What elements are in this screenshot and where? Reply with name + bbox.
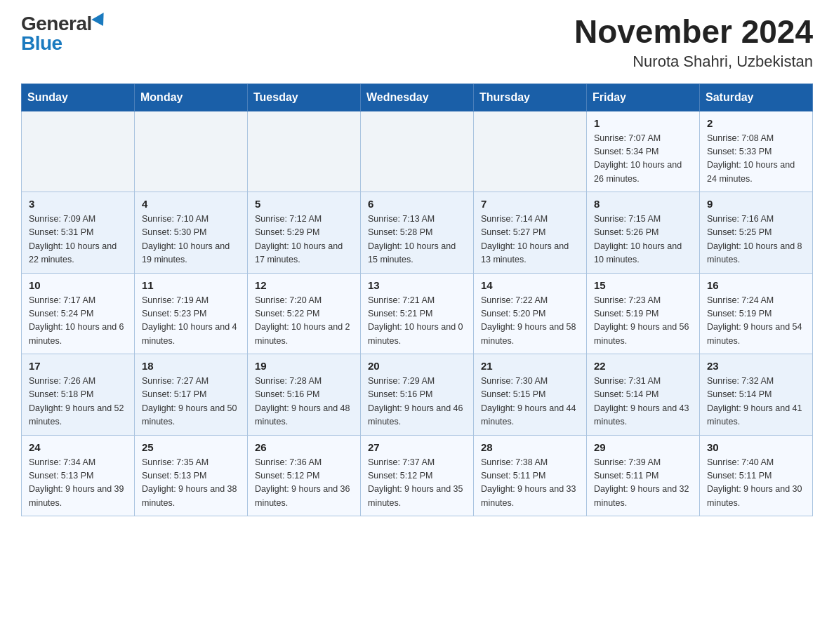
- day-detail: Sunrise: 7:35 AMSunset: 5:13 PMDaylight:…: [142, 456, 240, 511]
- day-detail: Sunrise: 7:29 AMSunset: 5:16 PMDaylight:…: [368, 375, 466, 429]
- day-detail: Sunrise: 7:09 AMSunset: 5:31 PMDaylight:…: [29, 213, 127, 267]
- day-number: 15: [594, 279, 692, 291]
- day-detail: Sunrise: 7:40 AMSunset: 5:11 PMDaylight:…: [707, 456, 805, 511]
- calendar-cell: [474, 111, 587, 192]
- day-detail: Sunrise: 7:39 AMSunset: 5:11 PMDaylight:…: [594, 456, 692, 511]
- day-number: 6: [368, 198, 466, 210]
- calendar-cell: 14Sunrise: 7:22 AMSunset: 5:20 PMDayligh…: [474, 273, 587, 354]
- weekday-header-thursday: Thursday: [474, 83, 587, 111]
- day-number: 25: [142, 441, 240, 453]
- day-detail: Sunrise: 7:22 AMSunset: 5:20 PMDaylight:…: [481, 294, 579, 349]
- day-detail: Sunrise: 7:38 AMSunset: 5:11 PMDaylight:…: [481, 456, 579, 511]
- logo-triangle-icon: [91, 13, 109, 29]
- day-number: 30: [707, 441, 805, 453]
- calendar-cell: 21Sunrise: 7:30 AMSunset: 5:15 PMDayligh…: [474, 354, 587, 436]
- logo-blue-text: Blue: [21, 34, 62, 53]
- calendar-cell: 22Sunrise: 7:31 AMSunset: 5:14 PMDayligh…: [587, 354, 700, 436]
- calendar-cell: 19Sunrise: 7:28 AMSunset: 5:16 PMDayligh…: [248, 354, 361, 436]
- day-detail: Sunrise: 7:27 AMSunset: 5:17 PMDaylight:…: [142, 375, 240, 429]
- day-detail: Sunrise: 7:32 AMSunset: 5:14 PMDaylight:…: [707, 375, 805, 429]
- calendar-title: November 2024: [574, 14, 813, 50]
- day-detail: Sunrise: 7:17 AMSunset: 5:24 PMDaylight:…: [29, 294, 127, 349]
- day-detail: Sunrise: 7:19 AMSunset: 5:23 PMDaylight:…: [142, 294, 240, 349]
- calendar-cell: 17Sunrise: 7:26 AMSunset: 5:18 PMDayligh…: [22, 354, 135, 436]
- calendar-week-row: 1Sunrise: 7:07 AMSunset: 5:34 PMDaylight…: [22, 111, 813, 192]
- day-number: 18: [142, 360, 240, 372]
- calendar-week-row: 17Sunrise: 7:26 AMSunset: 5:18 PMDayligh…: [22, 354, 813, 436]
- calendar-cell: 10Sunrise: 7:17 AMSunset: 5:24 PMDayligh…: [22, 273, 135, 354]
- weekday-header-tuesday: Tuesday: [248, 83, 361, 111]
- day-number: 27: [368, 441, 466, 453]
- day-detail: Sunrise: 7:34 AMSunset: 5:13 PMDaylight:…: [29, 456, 127, 511]
- day-detail: Sunrise: 7:07 AMSunset: 5:34 PMDaylight:…: [594, 132, 692, 187]
- day-detail: Sunrise: 7:13 AMSunset: 5:28 PMDaylight:…: [368, 213, 466, 267]
- calendar-week-row: 3Sunrise: 7:09 AMSunset: 5:31 PMDaylight…: [22, 192, 813, 274]
- day-number: 7: [481, 198, 579, 210]
- day-number: 19: [255, 360, 353, 372]
- calendar-cell: 5Sunrise: 7:12 AMSunset: 5:29 PMDaylight…: [248, 192, 361, 274]
- day-detail: Sunrise: 7:16 AMSunset: 5:25 PMDaylight:…: [707, 213, 805, 267]
- day-number: 29: [594, 441, 692, 453]
- calendar-cell: 30Sunrise: 7:40 AMSunset: 5:11 PMDayligh…: [700, 435, 813, 516]
- calendar-cell: 12Sunrise: 7:20 AMSunset: 5:22 PMDayligh…: [248, 273, 361, 354]
- day-number: 9: [707, 198, 805, 210]
- day-detail: Sunrise: 7:12 AMSunset: 5:29 PMDaylight:…: [255, 213, 353, 267]
- weekday-header-wednesday: Wednesday: [361, 83, 474, 111]
- day-number: 24: [29, 441, 127, 453]
- day-number: 11: [142, 279, 240, 291]
- day-detail: Sunrise: 7:26 AMSunset: 5:18 PMDaylight:…: [29, 375, 127, 429]
- day-number: 4: [142, 198, 240, 210]
- day-number: 22: [594, 360, 692, 372]
- logo: General Blue: [21, 14, 107, 53]
- day-detail: Sunrise: 7:28 AMSunset: 5:16 PMDaylight:…: [255, 375, 353, 429]
- day-detail: Sunrise: 7:36 AMSunset: 5:12 PMDaylight:…: [255, 456, 353, 511]
- day-number: 23: [707, 360, 805, 372]
- day-detail: Sunrise: 7:21 AMSunset: 5:21 PMDaylight:…: [368, 294, 466, 349]
- calendar-cell: [22, 111, 135, 192]
- calendar-cell: 1Sunrise: 7:07 AMSunset: 5:34 PMDaylight…: [587, 111, 700, 192]
- day-detail: Sunrise: 7:08 AMSunset: 5:33 PMDaylight:…: [707, 132, 805, 187]
- calendar-cell: 13Sunrise: 7:21 AMSunset: 5:21 PMDayligh…: [361, 273, 474, 354]
- page-header: General Blue November 2024 Nurota Shahri…: [21, 14, 813, 71]
- day-detail: Sunrise: 7:23 AMSunset: 5:19 PMDaylight:…: [594, 294, 692, 349]
- calendar-cell: 11Sunrise: 7:19 AMSunset: 5:23 PMDayligh…: [135, 273, 248, 354]
- calendar-cell: [361, 111, 474, 192]
- day-number: 28: [481, 441, 579, 453]
- day-detail: Sunrise: 7:20 AMSunset: 5:22 PMDaylight:…: [255, 294, 353, 349]
- day-number: 16: [707, 279, 805, 291]
- day-detail: Sunrise: 7:24 AMSunset: 5:19 PMDaylight:…: [707, 294, 805, 349]
- calendar-table: SundayMondayTuesdayWednesdayThursdayFrid…: [21, 83, 813, 517]
- title-block: November 2024 Nurota Shahri, Uzbekistan: [574, 14, 813, 71]
- calendar-cell: 28Sunrise: 7:38 AMSunset: 5:11 PMDayligh…: [474, 435, 587, 516]
- day-number: 26: [255, 441, 353, 453]
- calendar-week-row: 10Sunrise: 7:17 AMSunset: 5:24 PMDayligh…: [22, 273, 813, 354]
- day-detail: Sunrise: 7:14 AMSunset: 5:27 PMDaylight:…: [481, 213, 579, 267]
- calendar-cell: [248, 111, 361, 192]
- calendar-cell: 8Sunrise: 7:15 AMSunset: 5:26 PMDaylight…: [587, 192, 700, 274]
- weekday-header-saturday: Saturday: [700, 83, 813, 111]
- day-number: 2: [707, 117, 805, 129]
- day-number: 8: [594, 198, 692, 210]
- calendar-header-row: SundayMondayTuesdayWednesdayThursdayFrid…: [22, 83, 813, 111]
- calendar-cell: 20Sunrise: 7:29 AMSunset: 5:16 PMDayligh…: [361, 354, 474, 436]
- day-number: 5: [255, 198, 353, 210]
- calendar-cell: 23Sunrise: 7:32 AMSunset: 5:14 PMDayligh…: [700, 354, 813, 436]
- weekday-header-friday: Friday: [587, 83, 700, 111]
- calendar-week-row: 24Sunrise: 7:34 AMSunset: 5:13 PMDayligh…: [22, 435, 813, 516]
- calendar-cell: 15Sunrise: 7:23 AMSunset: 5:19 PMDayligh…: [587, 273, 700, 354]
- day-detail: Sunrise: 7:15 AMSunset: 5:26 PMDaylight:…: [594, 213, 692, 267]
- weekday-header-monday: Monday: [135, 83, 248, 111]
- day-number: 14: [481, 279, 579, 291]
- day-number: 10: [29, 279, 127, 291]
- calendar-cell: 24Sunrise: 7:34 AMSunset: 5:13 PMDayligh…: [22, 435, 135, 516]
- calendar-cell: 3Sunrise: 7:09 AMSunset: 5:31 PMDaylight…: [22, 192, 135, 274]
- calendar-cell: 2Sunrise: 7:08 AMSunset: 5:33 PMDaylight…: [700, 111, 813, 192]
- day-detail: Sunrise: 7:10 AMSunset: 5:30 PMDaylight:…: [142, 213, 240, 267]
- logo-general-text: General: [21, 14, 92, 34]
- calendar-cell: 26Sunrise: 7:36 AMSunset: 5:12 PMDayligh…: [248, 435, 361, 516]
- day-detail: Sunrise: 7:31 AMSunset: 5:14 PMDaylight:…: [594, 375, 692, 429]
- calendar-cell: 4Sunrise: 7:10 AMSunset: 5:30 PMDaylight…: [135, 192, 248, 274]
- calendar-cell: 7Sunrise: 7:14 AMSunset: 5:27 PMDaylight…: [474, 192, 587, 274]
- calendar-cell: [135, 111, 248, 192]
- day-detail: Sunrise: 7:37 AMSunset: 5:12 PMDaylight:…: [368, 456, 466, 511]
